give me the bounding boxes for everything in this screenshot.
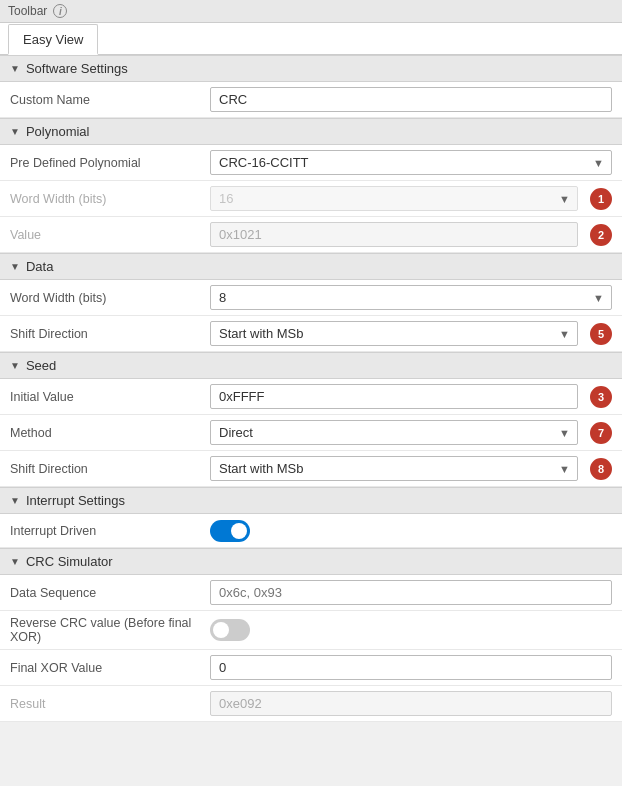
section-polynomial: ▼ Polynomial [0, 118, 622, 145]
data-shift-direction-label: Shift Direction [10, 327, 210, 341]
final-xor-label: Final XOR Value [10, 661, 210, 675]
field-custom-name: Custom Name [0, 82, 622, 118]
final-xor-control [210, 655, 612, 680]
interrupt-driven-label: Interrupt Driven [10, 524, 210, 538]
polynomial-value-row: 2 [210, 222, 612, 247]
custom-name-control [210, 87, 612, 112]
pre-defined-select[interactable]: CRC-16-CCITT [210, 150, 612, 175]
chevron-seed: ▼ [10, 360, 20, 371]
data-sequence-input[interactable] [210, 580, 612, 605]
field-data-shift-direction: Shift Direction Start with MSb ▼ 5 [0, 316, 622, 352]
final-xor-input[interactable] [210, 655, 612, 680]
interrupt-settings-title: Interrupt Settings [26, 493, 125, 508]
initial-value-input[interactable] [210, 384, 578, 409]
pre-defined-label: Pre Defined Polynomial [10, 156, 210, 170]
chevron-data: ▼ [10, 261, 20, 272]
seed-shift-direction-select[interactable]: Start with MSb [210, 456, 578, 481]
result-input [210, 691, 612, 716]
seed-method-row: Direct ▼ 7 [210, 420, 612, 445]
polynomial-value-input [210, 222, 578, 247]
seed-shift-direction-select-wrapper: Start with MSb ▼ [210, 456, 578, 481]
info-icon: i [53, 4, 67, 18]
data-word-width-select-wrapper: 8 ▼ [210, 285, 612, 310]
tab-easy-view[interactable]: Easy View [8, 24, 98, 55]
polynomial-value-control: 2 [210, 222, 612, 247]
seed-shift-direction-label: Shift Direction [10, 462, 210, 476]
data-word-width-select[interactable]: 8 [210, 285, 612, 310]
badge-7: 7 [590, 422, 612, 444]
field-data-word-width: Word Width (bits) 8 ▼ [0, 280, 622, 316]
badge-8: 8 [590, 458, 612, 480]
custom-name-label: Custom Name [10, 93, 210, 107]
reverse-crc-toggle[interactable] [210, 619, 250, 641]
seed-shift-direction-control: Start with MSb ▼ 8 [210, 456, 612, 481]
pre-defined-select-wrapper: CRC-16-CCITT ▼ [210, 150, 612, 175]
field-seed-shift-direction: Shift Direction Start with MSb ▼ 8 [0, 451, 622, 487]
toolbar-bar: Toolbar i [0, 0, 622, 23]
data-shift-direction-select-wrapper: Start with MSb ▼ [210, 321, 578, 346]
polynomial-word-width-select: 16 [210, 186, 578, 211]
polynomial-title: Polynomial [26, 124, 90, 139]
field-pre-defined-polynomial: Pre Defined Polynomial CRC-16-CCITT ▼ [0, 145, 622, 181]
section-software-settings: ▼ Software Settings [0, 55, 622, 82]
initial-value-label: Initial Value [10, 390, 210, 404]
interrupt-driven-slider [210, 520, 250, 542]
initial-value-row: 3 [210, 384, 612, 409]
data-word-width-label: Word Width (bits) [10, 291, 210, 305]
field-polynomial-value: Value 2 [0, 217, 622, 253]
badge-5: 5 [590, 323, 612, 345]
crc-simulator-title: CRC Simulator [26, 554, 113, 569]
seed-shift-direction-row: Start with MSb ▼ 8 [210, 456, 612, 481]
polynomial-word-width-label: Word Width (bits) [10, 192, 210, 206]
data-shift-direction-select[interactable]: Start with MSb [210, 321, 578, 346]
section-crc-simulator: ▼ CRC Simulator [0, 548, 622, 575]
software-settings-title: Software Settings [26, 61, 128, 76]
seed-method-select[interactable]: Direct [210, 420, 578, 445]
chevron-crc-simulator: ▼ [10, 556, 20, 567]
field-data-sequence: Data Sequence [0, 575, 622, 611]
seed-title: Seed [26, 358, 56, 373]
polynomial-word-width-select-wrapper: 16 ▼ [210, 186, 578, 211]
field-polynomial-word-width: Word Width (bits) 16 ▼ 1 [0, 181, 622, 217]
badge-2: 2 [590, 224, 612, 246]
data-shift-direction-row: Start with MSb ▼ 5 [210, 321, 612, 346]
field-reverse-crc: Reverse CRC value (Before final XOR) [0, 611, 622, 650]
main-content: ▼ Software Settings Custom Name ▼ Polyno… [0, 55, 622, 722]
section-seed: ▼ Seed [0, 352, 622, 379]
field-interrupt-driven: Interrupt Driven [0, 514, 622, 548]
reverse-crc-control [210, 619, 612, 641]
result-label: Result [10, 697, 210, 711]
result-control [210, 691, 612, 716]
field-final-xor: Final XOR Value [0, 650, 622, 686]
reverse-crc-label: Reverse CRC value (Before final XOR) [10, 616, 210, 644]
interrupt-driven-toggle[interactable] [210, 520, 250, 542]
reverse-crc-slider [210, 619, 250, 641]
field-seed-method: Method Direct ▼ 7 [0, 415, 622, 451]
badge-3: 3 [590, 386, 612, 408]
seed-method-label: Method [10, 426, 210, 440]
polynomial-word-width-row: 16 ▼ 1 [210, 186, 612, 211]
polynomial-word-width-control: 16 ▼ 1 [210, 186, 612, 211]
field-initial-value: Initial Value 3 [0, 379, 622, 415]
field-result: Result [0, 686, 622, 722]
section-interrupt-settings: ▼ Interrupt Settings [0, 487, 622, 514]
data-sequence-label: Data Sequence [10, 586, 210, 600]
section-data: ▼ Data [0, 253, 622, 280]
toolbar-label: Toolbar [8, 4, 47, 18]
chevron-interrupt-settings: ▼ [10, 495, 20, 506]
tab-bar: Easy View [0, 23, 622, 55]
custom-name-input[interactable] [210, 87, 612, 112]
data-shift-direction-control: Start with MSb ▼ 5 [210, 321, 612, 346]
initial-value-control: 3 [210, 384, 612, 409]
data-sequence-control [210, 580, 612, 605]
pre-defined-control: CRC-16-CCITT ▼ [210, 150, 612, 175]
seed-method-select-wrapper: Direct ▼ [210, 420, 578, 445]
data-title: Data [26, 259, 53, 274]
data-word-width-control: 8 ▼ [210, 285, 612, 310]
interrupt-driven-control [210, 520, 612, 542]
polynomial-value-label: Value [10, 228, 210, 242]
chevron-software-settings: ▼ [10, 63, 20, 74]
chevron-polynomial: ▼ [10, 126, 20, 137]
badge-1: 1 [590, 188, 612, 210]
seed-method-control: Direct ▼ 7 [210, 420, 612, 445]
